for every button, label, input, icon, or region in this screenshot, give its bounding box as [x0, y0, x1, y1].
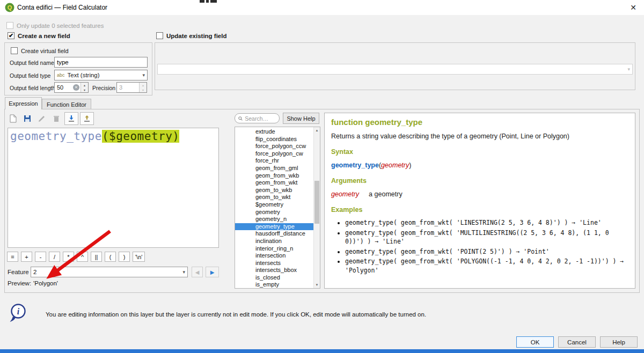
spinner-arrows: ▴ ▾: [139, 83, 147, 92]
create-virtual-field-label: Create virtual field: [21, 48, 69, 54]
tab-expression[interactable]: Expression: [5, 97, 42, 109]
operator-button[interactable]: +: [21, 252, 32, 262]
function-list-item[interactable]: geometry: [235, 209, 313, 216]
expression-editor[interactable]: geometry_type($geometry): [8, 128, 219, 248]
scroll-up-icon[interactable]: ▲: [314, 127, 320, 134]
preview-label: Preview:: [8, 280, 31, 286]
operator-button[interactable]: '\n': [133, 252, 145, 262]
previous-feature-button: ◀: [192, 267, 203, 277]
operator-button[interactable]: ^: [77, 252, 88, 262]
function-list-item[interactable]: geom_from_gml: [235, 165, 313, 172]
update-existing-field-row[interactable]: Update existing field: [156, 32, 226, 39]
chevron-down-icon: ▾: [627, 67, 630, 72]
function-list-item[interactable]: intersects: [235, 260, 313, 267]
search-box[interactable]: [235, 113, 280, 123]
function-list-item[interactable]: intersection: [235, 252, 313, 260]
search-icon: [238, 116, 243, 121]
help-button[interactable]: Help: [600, 336, 638, 348]
create-virtual-field-row[interactable]: Create virtual field: [11, 47, 69, 54]
close-icon[interactable]: ✕: [627, 2, 640, 13]
create-new-field-checkbox[interactable]: [8, 32, 14, 39]
import-expressions-button[interactable]: [64, 112, 78, 125]
spin-down-icon[interactable]: ▾: [81, 87, 88, 92]
function-list-item[interactable]: inclination: [235, 238, 313, 245]
preview-value: 'Polygon': [33, 280, 58, 286]
spin-down-icon: ▾: [140, 87, 147, 92]
cancel-button[interactable]: Cancel: [558, 336, 596, 348]
operator-button[interactable]: ||: [91, 252, 102, 262]
next-feature-button[interactable]: ▶: [206, 267, 219, 277]
create-virtual-field-checkbox[interactable]: [11, 47, 18, 54]
precision-label: Precision: [92, 85, 115, 91]
next-arrow-icon: ▶: [210, 269, 215, 275]
new-file-icon: [9, 114, 17, 123]
scroll-thumb[interactable]: [314, 181, 319, 224]
title-bar: Q Conta edifici — Field Calculator ✕: [0, 0, 644, 15]
update-existing-field-checkbox[interactable]: [156, 32, 163, 39]
operator-button[interactable]: /: [49, 252, 60, 262]
function-list-item[interactable]: is_empty: [235, 281, 313, 288]
chevron-down-icon: ▾: [182, 269, 185, 275]
precision-value: 3: [117, 83, 139, 92]
argument-description: a geometry: [369, 190, 402, 198]
operator-button[interactable]: -: [35, 252, 46, 262]
expression-toolbar: [6, 112, 94, 126]
spin-up-icon: ▴: [140, 83, 147, 87]
function-list-item[interactable]: interior_ring_n: [235, 245, 313, 253]
save-expression-button[interactable]: [21, 112, 34, 125]
preview-row: Preview:'Polygon': [8, 280, 58, 286]
operator-button[interactable]: =: [7, 252, 18, 262]
scrollbar[interactable]: ▲ ▼: [313, 127, 320, 288]
existing-field-select: ▾: [157, 64, 633, 75]
operator-buttons: =+-/*^||()'\n': [7, 252, 145, 262]
spinner-arrows[interactable]: ▴ ▾: [80, 83, 88, 92]
output-field-type-select[interactable]: abc Text (string) ▾: [54, 70, 148, 80]
new-expression-button[interactable]: [6, 112, 19, 125]
syntax-argument: geometry: [381, 161, 409, 169]
function-list-item[interactable]: extrude: [235, 128, 313, 136]
svg-text:Q: Q: [8, 4, 12, 11]
function-list-item[interactable]: force_polygon_ccw: [235, 143, 313, 150]
syntax-function-name: geometry_type: [331, 161, 379, 169]
pencil-icon: [38, 114, 46, 123]
examples-list: geometry_type( geom_from_wkt( 'LINESTRIN…: [331, 218, 628, 275]
taskbar-strip: [0, 349, 644, 353]
show-help-button[interactable]: Show Help: [283, 113, 319, 124]
function-list-item[interactable]: hausdorff_distance: [235, 230, 313, 238]
function-list-item[interactable]: intersects_bbox: [235, 267, 313, 274]
function-list-item[interactable]: geometry_type: [235, 223, 313, 231]
spin-up-icon[interactable]: ▴: [81, 83, 88, 87]
output-field-name-input[interactable]: [54, 57, 148, 68]
function-list-item[interactable]: geom_to_wkt: [235, 194, 313, 201]
function-list-item[interactable]: $geometry: [235, 201, 313, 209]
function-list-item[interactable]: geom_from_wkt: [235, 179, 313, 187]
text-type-icon: abc: [57, 72, 65, 78]
export-expressions-button[interactable]: [80, 112, 94, 125]
operator-button[interactable]: ): [119, 252, 130, 262]
arguments-heading: Arguments: [331, 177, 628, 185]
function-list-item[interactable]: force_rhr: [235, 157, 313, 165]
trash-icon: [52, 114, 61, 123]
info-icon: i: [8, 303, 27, 323]
expression-highlighted-text: ($geometry): [102, 130, 180, 143]
create-new-field-row[interactable]: Create a new field: [8, 32, 70, 39]
operator-button[interactable]: *: [63, 252, 74, 262]
operator-button[interactable]: (: [105, 252, 116, 262]
ok-button[interactable]: OK: [516, 336, 554, 348]
function-list-item[interactable]: geom_from_wkb: [235, 172, 313, 180]
function-list-item[interactable]: geom_to_wkb: [235, 187, 313, 194]
clear-icon[interactable]: ✕: [73, 84, 79, 91]
help-description: Returns a string value describing the ty…: [331, 133, 628, 140]
function-list-item[interactable]: flip_coordinates: [235, 136, 313, 143]
search-input[interactable]: [245, 115, 276, 122]
function-list-item[interactable]: force_polygon_cw: [235, 150, 313, 158]
example-item: geometry_type( geom_from_wkt( 'MULTILINE…: [345, 229, 628, 246]
function-list-item[interactable]: geometry_n: [235, 216, 313, 223]
function-list-item[interactable]: is_closed: [235, 274, 313, 282]
feature-select[interactable]: 2 ▾: [31, 267, 188, 277]
output-field-type-value: Text (string): [68, 72, 100, 78]
tab-function-editor[interactable]: Function Editor: [42, 99, 91, 109]
scroll-down-icon[interactable]: ▼: [314, 282, 320, 288]
output-field-length-spinner[interactable]: 50 ✕ ▴ ▾: [54, 82, 89, 93]
import-arrow-icon: [67, 114, 76, 123]
